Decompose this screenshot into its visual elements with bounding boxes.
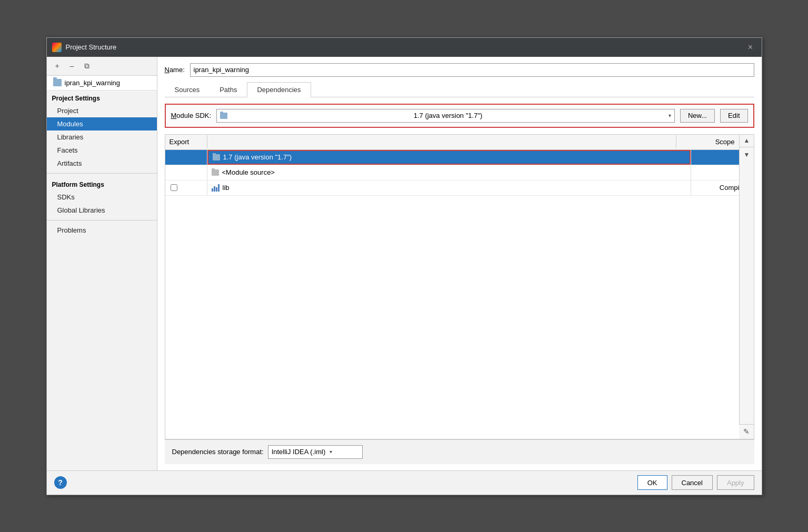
module-folder-icon	[53, 79, 62, 86]
lib-checkbox[interactable]	[171, 184, 177, 191]
col-export-header: Export	[165, 135, 207, 148]
add-module-button[interactable]: +	[51, 59, 64, 72]
lib-bar-chart-icon	[212, 184, 220, 192]
project-settings-heading: Project Settings	[47, 91, 157, 104]
title-bar: Project Structure ×	[47, 38, 762, 57]
edit-dependency-button[interactable]: ✎	[739, 424, 754, 439]
bottom-bar: Dependencies storage format: IntelliJ ID…	[165, 439, 754, 464]
scroll-up-button[interactable]: ▲	[740, 135, 754, 147]
module-item[interactable]: ipran_kpi_warning	[47, 76, 157, 91]
title-bar-left: Project Structure	[52, 43, 117, 52]
dep-row-name-lib: lib	[207, 180, 691, 195]
sdk-row-label: 1.7 (java version "1.7")	[223, 153, 292, 161]
dep-table-scrollbar: ▲ ▼ ✎	[739, 135, 754, 439]
dep-format-select[interactable]: IntelliJ IDEA (.iml) ▾	[268, 445, 363, 459]
name-row: Name:	[165, 63, 754, 77]
scroll-down-button[interactable]: ▼	[740, 148, 754, 161]
dep-row-checkbox-module-source	[165, 165, 207, 180]
name-label: Name:	[165, 66, 186, 74]
dep-format-label: Dependencies storage format:	[172, 448, 264, 456]
remove-module-button[interactable]: –	[66, 59, 78, 72]
sdk-row-folder-icon	[213, 154, 220, 160]
dep-format-chevron-icon: ▾	[330, 449, 332, 455]
sidebar: + – ⧉ ipran_kpi_warning Project Settings…	[47, 57, 157, 470]
sidebar-divider-2	[47, 220, 157, 220]
sdk-value: 1.7 (java version "1.7")	[414, 112, 483, 119]
name-input[interactable]	[190, 63, 754, 77]
col-scope-header: Scope	[676, 135, 739, 148]
tabs-row: Sources Paths Dependencies	[165, 82, 754, 97]
module-source-label: <Module source>	[222, 168, 275, 176]
sidebar-item-artifacts[interactable]: Artifacts	[47, 157, 157, 170]
tab-dependencies[interactable]: Dependencies	[247, 82, 311, 97]
sidebar-item-facets[interactable]: Facets	[47, 144, 157, 157]
lib-label: lib	[223, 184, 230, 192]
cancel-button[interactable]: Cancel	[672, 475, 713, 490]
sidebar-toolbar: + – ⧉	[47, 57, 157, 76]
sdk-section: Module SDK: 1.7 (java version "1.7") ▾ N…	[165, 104, 754, 128]
dep-row-lib[interactable]: lib Compile ▾	[165, 180, 754, 196]
dep-row-checkbox-sdk	[165, 150, 207, 165]
col-name-header	[207, 139, 676, 145]
sidebar-item-sdks[interactable]: SDKs	[47, 190, 157, 204]
sidebar-item-modules[interactable]: Modules	[47, 117, 157, 131]
close-button[interactable]: ×	[745, 42, 756, 53]
dep-row-checkbox-lib[interactable]	[165, 180, 207, 195]
dep-row-name-module-source: <Module source>	[207, 165, 691, 180]
apply-button[interactable]: Apply	[717, 475, 754, 490]
sdk-chevron-icon: ▾	[669, 113, 671, 118]
tab-sources[interactable]: Sources	[165, 82, 210, 97]
sidebar-item-problems[interactable]: Problems	[47, 224, 157, 237]
tab-paths[interactable]: Paths	[210, 82, 247, 97]
dep-row-name-sdk: 1.7 (java version "1.7")	[207, 150, 691, 165]
dialog-title: Project Structure	[66, 43, 117, 51]
sidebar-item-global-libraries[interactable]: Global Libraries	[47, 204, 157, 217]
dep-table-header: Export Scope +	[165, 135, 754, 150]
sdk-label: Module SDK:	[171, 112, 212, 119]
ok-button[interactable]: OK	[637, 475, 667, 490]
module-item-label: ipran_kpi_warning	[65, 79, 121, 87]
dependencies-table: Export Scope + 1.7 (java version "1.7")	[165, 134, 754, 439]
help-button[interactable]: ?	[54, 476, 67, 489]
sidebar-item-project[interactable]: Project	[47, 104, 157, 117]
platform-settings-heading: Platform Settings	[47, 177, 157, 190]
app-icon	[52, 43, 62, 52]
dep-format-value: IntelliJ IDEA (.iml)	[272, 448, 326, 456]
dialog-body: + – ⧉ ipran_kpi_warning Project Settings…	[47, 57, 762, 470]
new-sdk-button[interactable]: New...	[680, 109, 715, 123]
project-structure-dialog: Project Structure × + – ⧉ ipran_kpi_warn…	[46, 37, 762, 495]
sidebar-divider	[47, 173, 157, 174]
module-source-folder-icon	[212, 169, 219, 176]
sdk-select[interactable]: 1.7 (java version "1.7") ▾	[216, 109, 675, 123]
edit-sdk-button[interactable]: Edit	[720, 109, 747, 123]
dep-row-sdk[interactable]: 1.7 (java version "1.7")	[165, 150, 754, 165]
copy-module-button[interactable]: ⧉	[81, 59, 93, 72]
sdk-folder-icon	[220, 113, 227, 119]
main-content: Name: Sources Paths Dependencies Module …	[157, 57, 762, 470]
sidebar-item-libraries[interactable]: Libraries	[47, 131, 157, 144]
dialog-footer: ? OK Cancel Apply	[47, 470, 762, 495]
dep-row-module-source[interactable]: <Module source>	[165, 165, 754, 180]
